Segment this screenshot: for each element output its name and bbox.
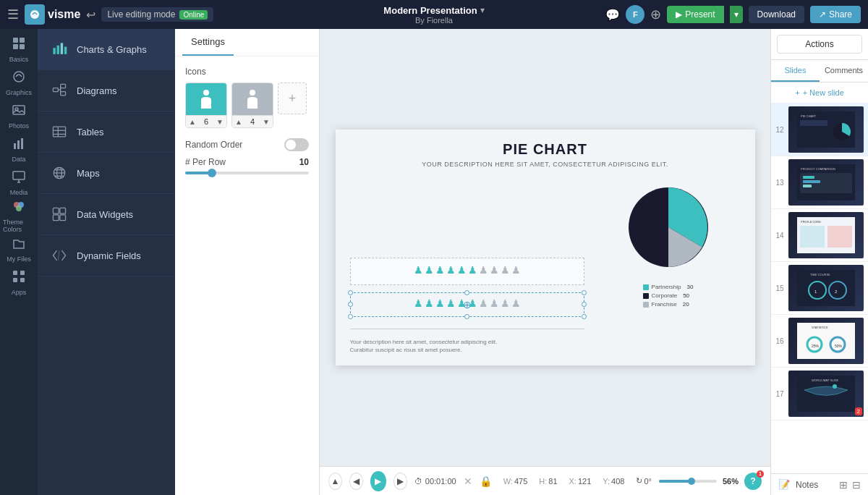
icon-arrow-down-2[interactable]: ▼ (263, 118, 270, 126)
nav-forward-button[interactable]: ▶ (393, 473, 407, 490)
rotation-icon: ↻ (636, 476, 642, 486)
legend-partnership: Partnership 30 (643, 284, 694, 290)
apps-icon (12, 269, 26, 287)
per-row-label: # Per Row (185, 157, 226, 167)
pictograph-top[interactable]: ♟ ♟ ♟ ♟ ♟ ♟ ♟ ♟ ♟ ♟ (350, 258, 584, 285)
sidebar-item-theme-colors[interactable]: Theme Colors (3, 200, 35, 232)
present-play-icon: ▶ (676, 9, 682, 20)
slide-preview-12: PIE CHART (788, 106, 864, 153)
my-files-icon (12, 236, 26, 254)
add-collaborator-button[interactable]: ⊕ (650, 7, 661, 22)
canvas-wrapper[interactable]: PIE CHART YOUR DESCRIPTION HERE SIT AMET… (320, 29, 770, 466)
new-slide-button[interactable]: + + New slide (771, 82, 868, 103)
slide-preview-14: PROS & CONS (788, 212, 864, 258)
per-row-slider[interactable] (185, 172, 309, 174)
sidebar-item-media[interactable]: Media (3, 166, 35, 198)
svg-point-40 (250, 90, 255, 96)
avatar[interactable]: F (626, 5, 644, 24)
sidebar-item-my-files[interactable]: My Files (3, 233, 35, 265)
slide-thumb-16[interactable]: 16 STATISTICS 25% 50% (771, 315, 868, 368)
svg-rect-22 (64, 47, 67, 54)
handle-br[interactable] (582, 314, 587, 319)
add-icon-button[interactable]: + (278, 82, 307, 114)
lock-icon: 🔒 (480, 475, 492, 487)
play-button[interactable]: ▶ (370, 471, 386, 491)
tool-tables[interactable]: Tables (38, 111, 175, 153)
svg-text:TIME COURSE: TIME COURSE (810, 273, 830, 276)
tool-data-widgets[interactable]: Data Widgets (38, 194, 175, 235)
handle-tl[interactable] (348, 290, 353, 295)
svg-point-5 (14, 72, 24, 82)
close-playback-button[interactable]: ✕ (464, 475, 472, 487)
pie-chart-svg (618, 177, 719, 278)
random-order-toggle[interactable] (284, 138, 309, 151)
tab-slides[interactable]: Slides (771, 60, 820, 82)
pictograph-selected[interactable]: ⊕ ♟ ♟ ♟ ♟ ♟ ♟ ♟ ♟ (350, 289, 584, 320)
icon-sidebar: Basics Graphics Photos Data Media (0, 29, 38, 495)
help-button[interactable]: ? 1 (744, 473, 762, 490)
data-widgets-icon (49, 204, 69, 224)
pie-legend: Partnership 30 Corporate 50 (643, 284, 694, 308)
icon-arrow-up-2[interactable]: ▲ (235, 118, 242, 126)
tool-charts-graphs[interactable]: Charts & Graphs (38, 29, 175, 70)
zoom-slider[interactable] (659, 480, 717, 483)
slide-thumb-12[interactable]: 12 PIE CHART (771, 103, 868, 156)
tab-settings[interactable]: Settings (182, 29, 234, 56)
svg-point-0 (30, 10, 39, 19)
sidebar-item-data[interactable]: Data (3, 133, 35, 165)
sidebar-item-photos[interactable]: Photos (3, 100, 35, 132)
icon-card-2[interactable]: ▲ 4 ▼ (231, 82, 273, 128)
nav-back-button[interactable]: ◀ (349, 473, 363, 490)
present-button[interactable]: ▶ Present (667, 6, 723, 23)
bottom-right: 56% ? 1 (659, 473, 762, 490)
handle-lm[interactable] (348, 302, 353, 307)
handle-tm[interactable] (464, 290, 469, 295)
icon-arrow-down-1[interactable]: ▼ (216, 118, 224, 126)
tool-diagrams[interactable]: Diagrams (38, 70, 175, 111)
svg-point-14 (16, 206, 22, 211)
nav-prev-button[interactable]: ▲ (328, 473, 342, 490)
height-coord: H: 81 (539, 477, 557, 486)
slide-thumb-15[interactable]: 15 TIME COURSE 1 2 (771, 262, 868, 315)
slide-thumb-17[interactable]: 17 WORLD MAP SLIDE 2 (771, 368, 868, 420)
handle-bm[interactable] (464, 314, 469, 319)
slide-preview-img-16: STATISTICS 25% 50% (788, 318, 864, 364)
tab-comments[interactable]: Comments (820, 60, 868, 82)
svg-rect-38 (60, 215, 66, 221)
sidebar-item-graphics[interactable]: Graphics (3, 67, 35, 98)
title-chevron-icon[interactable]: ▾ (480, 5, 485, 15)
icon-card-2-controls: ▲ 4 ▼ (232, 115, 273, 127)
tool-sidebar: Charts & Graphs Diagrams (38, 29, 175, 495)
canvas-slide[interactable]: PIE CHART YOUR DESCRIPTION HERE SIT AMET… (336, 130, 755, 365)
slide-thumb-13[interactable]: 13 PRODUCT COMPARISON (771, 156, 868, 209)
sidebar-item-apps[interactable]: Apps (3, 266, 35, 298)
tool-maps[interactable]: Maps (38, 153, 175, 194)
icon-card-1[interactable]: ▲ 6 ▼ (185, 82, 227, 128)
svg-rect-19 (53, 48, 55, 54)
slider-thumb[interactable] (208, 169, 216, 177)
icon-arrow-up-1[interactable]: ▲ (189, 118, 196, 126)
handle-tr[interactable] (582, 290, 587, 295)
slide-footer: Your description here sit amet, consecte… (350, 338, 584, 354)
comment-icon[interactable]: 💬 (605, 8, 620, 22)
rotation-value: 0° (644, 477, 652, 486)
mode-text: Live editing mode (107, 9, 175, 20)
handle-bl[interactable] (348, 314, 353, 319)
canvas-area: PIE CHART YOUR DESCRIPTION HERE SIT AMET… (320, 29, 770, 495)
svg-rect-11 (13, 172, 25, 179)
slide-thumb-14[interactable]: 14 PROS & CONS (771, 209, 868, 262)
download-button[interactable]: Download (749, 6, 804, 23)
actions-button[interactable]: Actions (777, 35, 862, 54)
sidebar-item-basics[interactable]: Basics (3, 33, 35, 65)
undo-button[interactable]: ↩ (86, 8, 95, 22)
handle-rm[interactable] (582, 302, 587, 307)
menu-button[interactable]: ☰ (7, 7, 19, 22)
list-view-icon[interactable]: ⊟ (852, 479, 861, 491)
present-dropdown-button[interactable]: ▾ (730, 6, 743, 23)
media-label: Media (10, 189, 28, 196)
tool-dynamic-fields[interactable]: Dynamic Fields (38, 235, 175, 276)
share-button[interactable]: ↗ Share (810, 6, 861, 23)
zoom-thumb[interactable] (688, 478, 695, 485)
grid-view-icon[interactable]: ⊞ (839, 479, 848, 491)
y-value: 408 (611, 477, 624, 486)
